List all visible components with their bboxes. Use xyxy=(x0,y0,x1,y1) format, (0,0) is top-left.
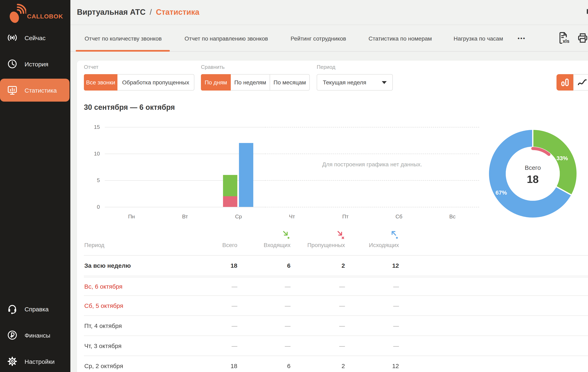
x-axis-day-label: Вс xyxy=(436,213,469,219)
callobok-logo-icon xyxy=(9,4,26,24)
compare-by-months-button[interactable]: По месяцам xyxy=(270,74,310,90)
cell-incoming: — xyxy=(242,322,291,329)
filter-compare-label: Сравнить xyxy=(201,64,225,70)
chart-no-data-message: Для построения графика нет данных. xyxy=(265,161,479,168)
bar-missed[interactable] xyxy=(223,196,237,207)
y-axis-tick: 10 xyxy=(86,151,100,157)
period-select[interactable]: Текущая неделя xyxy=(317,74,393,90)
column-header-incoming: Входящих xyxy=(237,242,291,248)
app-root: CALLOBOK Сейчас История xyxy=(0,0,588,372)
cell-total: — xyxy=(188,322,237,329)
tabs-more-button[interactable]: ••• xyxy=(518,25,525,52)
cell-period: За всю неделю xyxy=(84,262,131,269)
export-xls-icon[interactable]: xls xyxy=(558,32,569,45)
donut-center-label: Всего xyxy=(525,164,541,171)
view-line-toggle[interactable] xyxy=(573,74,588,90)
gridline xyxy=(105,127,265,127)
filter-all-calls-button[interactable]: Все звонки xyxy=(84,74,117,90)
cell-period: Вс, 6 октября xyxy=(84,283,123,290)
column-header-missed: Пропущенных xyxy=(292,242,345,248)
cell-outgoing: — xyxy=(350,322,399,329)
donut-outgoing-percent: 67% xyxy=(495,189,507,196)
bar-outgoing[interactable] xyxy=(239,143,253,207)
cell-outgoing: — xyxy=(350,342,399,349)
x-axis-day-label: Пт xyxy=(329,213,362,219)
filter-period-label: Период xyxy=(317,64,335,70)
sidebar-item-statistics[interactable]: Статистика xyxy=(0,79,70,102)
x-axis-day-label: Вт xyxy=(168,213,201,219)
cell-total: — xyxy=(188,302,237,309)
breadcrumb-separator: / xyxy=(149,8,152,17)
table-row: За всю неделю186212 xyxy=(0,255,588,275)
tab-employee-rating[interactable]: Рейтинг сотрудников xyxy=(291,25,346,52)
breadcrumb-section[interactable]: Виртуальная АТС xyxy=(77,8,146,17)
donut-total-value: 18 xyxy=(527,173,539,186)
print-icon[interactable] xyxy=(577,32,588,44)
sidebar-item-now[interactable]: Сейчас xyxy=(0,26,70,49)
view-bars-toggle[interactable] xyxy=(556,74,573,90)
filter-missed-processing-button[interactable]: Обработка пропущенных xyxy=(117,74,194,90)
cell-incoming: 6 xyxy=(242,362,291,369)
bar-incoming[interactable] xyxy=(223,175,237,196)
gridline-dashed xyxy=(265,127,479,127)
cell-outgoing: 12 xyxy=(350,362,399,369)
breadcrumb-current-page: Статистика xyxy=(156,8,199,17)
tab-load-by-hours[interactable]: Нагрузка по часам xyxy=(454,25,503,52)
table-row-divider xyxy=(84,275,588,276)
sidebar-item-label: Сейчас xyxy=(25,34,45,41)
sidebar-item-label: История xyxy=(25,60,48,67)
x-axis-day-label: Сб xyxy=(383,213,415,219)
incoming-call-icon xyxy=(282,230,291,240)
compare-group: По дням По неделям По месяцам xyxy=(201,74,310,90)
scrollbar-thumb[interactable] xyxy=(587,9,588,14)
cell-period: Пт, 4 октября xyxy=(84,322,122,329)
cell-incoming: — xyxy=(242,342,291,349)
cell-total: — xyxy=(188,342,237,349)
missed-call-icon xyxy=(336,230,345,240)
gridline-dashed xyxy=(265,154,479,154)
tab-call-direction-report[interactable]: Отчет по направлению звонков xyxy=(185,25,268,52)
column-header-period: Период xyxy=(84,242,104,248)
brand-logo[interactable]: CALLOBOK xyxy=(9,3,66,25)
cell-outgoing: 12 xyxy=(350,262,399,269)
sidebar-item-history[interactable]: История xyxy=(0,53,70,75)
cell-outgoing: — xyxy=(350,283,399,289)
gridline-dashed xyxy=(265,207,479,207)
table-row: Пт, 4 октября———— xyxy=(0,316,588,336)
broadcast-icon xyxy=(7,32,18,43)
line-chart-icon xyxy=(577,78,587,87)
y-axis-tick: 0 xyxy=(86,204,100,210)
cell-missed: — xyxy=(296,302,345,309)
column-header-total: Всего xyxy=(184,242,237,248)
cell-missed: — xyxy=(296,322,345,329)
gridline-dashed xyxy=(265,180,479,181)
svg-text:xls: xls xyxy=(563,38,569,44)
cell-missed: — xyxy=(296,342,345,349)
cell-incoming: — xyxy=(242,302,291,309)
cell-incoming: — xyxy=(242,283,291,289)
cell-period: Сб, 5 октября xyxy=(84,302,123,309)
breadcrumb: Виртуальная АТС / Статистика xyxy=(77,0,199,25)
x-axis-day-label: Чт xyxy=(276,213,308,219)
tab-stats-by-numbers[interactable]: Статистика по номерам xyxy=(368,25,432,52)
bar-chart-icon xyxy=(560,77,569,87)
cell-total: 18 xyxy=(188,262,237,269)
compare-by-days-button[interactable]: По дням xyxy=(201,74,231,90)
y-axis-tick: 15 xyxy=(86,124,100,130)
y-axis-tick: 5 xyxy=(86,177,100,183)
compare-by-weeks-button[interactable]: По неделям xyxy=(231,74,270,90)
filter-report-label: Отчет xyxy=(84,64,98,70)
cell-total: 18 xyxy=(188,362,237,369)
active-tab-underline xyxy=(76,50,170,52)
clock-icon xyxy=(7,59,18,69)
report-type-group: Все звонки Обработка пропущенных xyxy=(84,74,194,90)
date-range-title: 30 сентября — 6 октября xyxy=(84,103,175,112)
sidebar-item-label: Статистика xyxy=(25,87,57,94)
tab-call-count-report[interactable]: Отчет по количеству звонков xyxy=(85,25,162,52)
report-tabs: Отчет по количеству звонков Отчет по нап… xyxy=(70,25,588,52)
cell-missed: 2 xyxy=(296,262,345,269)
table-row: Ср, 2 октября186212 xyxy=(0,356,588,372)
gridline xyxy=(105,207,265,207)
brand-name: CALLOBOK xyxy=(27,12,63,20)
donut-incoming-percent: 33% xyxy=(556,155,568,161)
